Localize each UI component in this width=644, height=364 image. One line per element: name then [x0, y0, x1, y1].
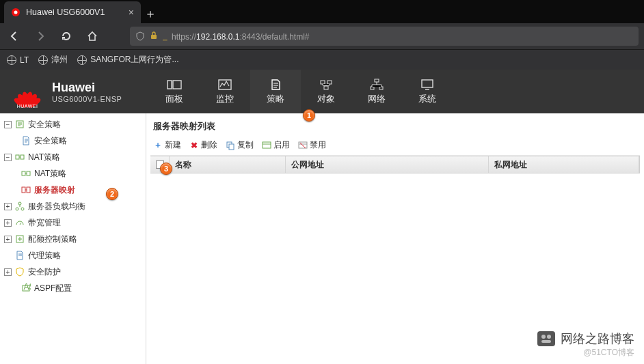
- tab-favicon: [11, 8, 21, 17]
- app-header: HUAWEI Huawei USG6000V1-ENSP 面板 监控 策略 对象…: [0, 70, 644, 113]
- expand-icon[interactable]: +: [4, 203, 12, 210]
- tab-strip: Huawei USG6000V1 × ＋: [0, 0, 644, 23]
- svg-rect-4: [173, 81, 181, 89]
- tree-node-nat-policy-child[interactable]: NAT策略: [0, 165, 146, 182]
- copy-button[interactable]: 复制: [226, 139, 254, 151]
- svg-rect-9: [375, 79, 379, 82]
- bookmark-item[interactable]: SANGFOR上网行为管...: [77, 54, 178, 66]
- tab-dashboard[interactable]: 面板: [149, 70, 200, 113]
- tree-label: 代理策略: [28, 250, 61, 262]
- svg-rect-8: [324, 86, 328, 89]
- aspf-icon: ASPF: [21, 283, 31, 293]
- th-name[interactable]: 名称: [170, 156, 286, 173]
- svg-rect-14: [16, 155, 19, 159]
- panel-toolbar: ＋新建 ✖删除 复制 启用 禁用: [150, 138, 640, 156]
- tree-node-aspf[interactable]: ASPF ASPF配置: [0, 280, 146, 296]
- close-icon[interactable]: ×: [129, 7, 134, 18]
- nav-bar: ⎯ https://192.168.0.1:8443/default.html#: [0, 23, 644, 49]
- svg-point-1: [14, 11, 18, 14]
- url-bar[interactable]: ⎯ https://192.168.0.1:8443/default.html#: [130, 27, 639, 46]
- th-public-ip[interactable]: 公网地址: [286, 156, 489, 173]
- top-nav-tabs: 面板 监控 策略 对象 网络 系统: [149, 70, 453, 113]
- tab-policy[interactable]: 策略: [250, 70, 301, 113]
- bandwidth-icon: [14, 218, 25, 227]
- globe-icon: [77, 55, 87, 65]
- brand-model: USG6000V1-ENSP: [52, 95, 122, 103]
- table-header: 名称 公网地址 私网地址: [150, 156, 640, 173]
- tree-label: 带宽管理: [28, 217, 61, 229]
- back-button[interactable]: [5, 27, 23, 45]
- expand-icon[interactable]: +: [4, 219, 12, 227]
- tree-node-proxy[interactable]: + 代理策略: [0, 247, 146, 264]
- tb-label: 禁用: [310, 139, 326, 151]
- tab-label: 对象: [317, 94, 335, 105]
- enable-button[interactable]: 启用: [262, 139, 290, 151]
- svg-rect-17: [27, 171, 30, 176]
- forward-button[interactable]: [31, 27, 49, 45]
- tree-node-quota[interactable]: + 配额控制策略: [0, 231, 146, 247]
- tb-label: 删除: [201, 139, 217, 151]
- watermark: 网络之路博客 @51CTO博客: [537, 331, 634, 359]
- th-private-ip[interactable]: 私网地址: [489, 156, 639, 173]
- workspace: − 安全策略 安全策略 − NAT策略 NAT策略 服务器映射 + 服务器负载均…: [0, 113, 644, 364]
- tree-label: NAT策略: [28, 152, 60, 163]
- quota-icon: [14, 234, 25, 244]
- disable-button[interactable]: 禁用: [298, 139, 326, 151]
- tab-object[interactable]: 对象: [301, 70, 351, 113]
- bookmark-label: 漳州: [51, 54, 68, 66]
- tree-node-nat-policy[interactable]: − NAT策略: [0, 149, 146, 165]
- main-panel: 服务器映射列表 ＋新建 ✖删除 复制 启用 禁用 名称 公网地址 私网地址: [146, 113, 644, 364]
- tab-title: Huawei USG6000V1: [26, 8, 123, 17]
- new-button[interactable]: ＋新建: [153, 139, 181, 151]
- shield-icon: [14, 267, 25, 277]
- proxy-icon: [14, 251, 25, 260]
- svg-rect-11: [379, 87, 383, 89]
- brand-name: Huawei: [52, 81, 122, 95]
- url-text: https://192.168.0.1:8443/default.html#: [172, 31, 310, 42]
- tb-label: 新建: [165, 139, 181, 151]
- svg-point-20: [18, 202, 21, 205]
- tab-label: 网络: [368, 94, 386, 105]
- tab-network[interactable]: 网络: [351, 70, 402, 113]
- lock-icon: [149, 31, 159, 42]
- tree-label: 安全防护: [28, 266, 61, 278]
- svg-rect-3: [167, 81, 172, 89]
- svg-rect-27: [229, 144, 234, 150]
- server-map-icon: [21, 185, 31, 195]
- new-tab-button[interactable]: ＋: [141, 4, 160, 23]
- expand-icon[interactable]: +: [4, 268, 12, 276]
- tree-label: 安全策略: [28, 119, 61, 130]
- bookmark-item[interactable]: LT: [7, 55, 29, 65]
- delete-button[interactable]: ✖删除: [189, 139, 217, 151]
- tree-node-bandwidth[interactable]: + 带宽管理: [0, 214, 146, 231]
- svg-rect-16: [22, 171, 25, 176]
- reload-button[interactable]: [57, 27, 75, 45]
- home-button[interactable]: [83, 27, 101, 45]
- tab-system[interactable]: 系统: [402, 70, 453, 113]
- tab-monitor[interactable]: 监控: [200, 70, 250, 113]
- svg-rect-28: [263, 142, 271, 148]
- tree-node-security-defense[interactable]: + 安全防护: [0, 264, 146, 280]
- tree-node-security-policy-child[interactable]: 安全策略: [0, 132, 146, 149]
- svg-rect-15: [21, 155, 24, 159]
- collapse-icon[interactable]: −: [4, 154, 12, 161]
- tree-label: NAT策略: [34, 168, 66, 180]
- tree-label: 安全策略: [34, 135, 67, 147]
- bookmark-label: SANGFOR上网行为管...: [90, 54, 178, 66]
- expand-icon[interactable]: +: [4, 236, 12, 243]
- tree-node-server-mapping[interactable]: 服务器映射: [0, 182, 146, 198]
- bookmark-bar: LT 漳州 SANGFOR上网行为管...: [0, 49, 644, 70]
- tree-node-slb[interactable]: + 服务器负载均衡: [0, 198, 146, 214]
- callout-badge-1: 1: [303, 109, 315, 122]
- svg-rect-2: [151, 35, 157, 39]
- policy-icon: [14, 120, 25, 129]
- cert-warn-icon: ⎯: [163, 32, 167, 40]
- tb-label: 复制: [237, 139, 254, 151]
- bookmark-item[interactable]: 漳州: [38, 54, 68, 66]
- watermark-subtext: @51CTO博客: [537, 347, 634, 359]
- collapse-icon[interactable]: −: [4, 121, 12, 128]
- tree-node-security-policy[interactable]: − 安全策略: [0, 116, 146, 132]
- svg-rect-7: [327, 81, 332, 84]
- tree-label: ASPF配置: [34, 283, 72, 294]
- browser-tab[interactable]: Huawei USG6000V1 ×: [4, 1, 141, 23]
